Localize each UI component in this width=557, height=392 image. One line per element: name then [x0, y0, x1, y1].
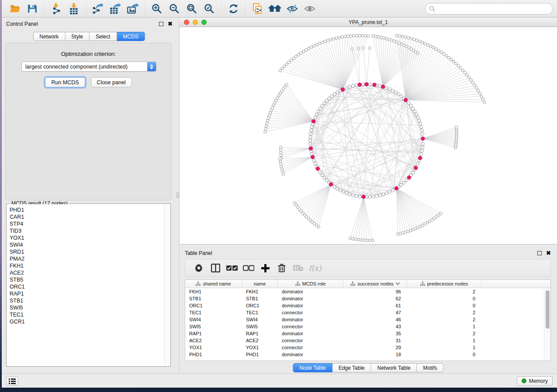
homes-button[interactable]	[266, 1, 284, 16]
table-row[interactable]: ACE2ACE2connector311	[185, 337, 544, 344]
table-row[interactable]: TEC1TEC1connector472	[185, 309, 544, 316]
zoom-out-button[interactable]	[166, 1, 183, 16]
table-panel-title: Table Panel	[185, 250, 212, 256]
table-row[interactable]: RAP1RAP1dominator352	[185, 330, 544, 337]
column-header-shared-name[interactable]: shared name	[185, 280, 242, 288]
mcds-result-scrollbar[interactable]	[164, 204, 170, 366]
zoom-fit-button[interactable]	[183, 1, 201, 16]
mcds-result-item[interactable]: SRD1	[10, 248, 164, 255]
memory-label: Memory	[529, 378, 548, 384]
export-network-button[interactable]	[89, 1, 107, 16]
mcds-result-item[interactable]: ORC1	[10, 283, 164, 290]
table-row[interactable]: SWI5SWI5connector431	[185, 323, 544, 330]
mcds-result-item[interactable]: SWI5	[10, 304, 164, 311]
cell-name: ORC1	[242, 303, 278, 308]
column-header-successor-nodes[interactable]: successor nodes	[343, 280, 407, 288]
eye-slash-button[interactable]	[284, 1, 301, 16]
deselect-all-button[interactable]	[240, 261, 257, 275]
mcds-result-item[interactable]: PMA2	[10, 255, 164, 262]
select-all-button[interactable]	[224, 261, 240, 275]
mcds-result-item[interactable]: STP4	[10, 220, 164, 227]
tab-network[interactable]: Network	[33, 32, 65, 41]
mcds-result-item[interactable]: STB1	[10, 297, 164, 304]
cell-name: TEC1	[242, 310, 278, 315]
close-panel-button[interactable]: Close panel	[91, 77, 132, 87]
table-tab-network-table[interactable]: Network Table	[371, 363, 417, 372]
export-table-icon	[109, 3, 121, 14]
window-minimize-icon[interactable]	[193, 20, 198, 25]
mcds-result-item[interactable]: PHD1	[10, 206, 164, 213]
table-row[interactable]: SWI4SWI4dominator462	[185, 316, 544, 323]
mcds-result-item[interactable]: ACE2	[10, 269, 164, 276]
table-row[interactable]: FKH1FKH1dominator962	[185, 288, 544, 295]
table-tab-edge-table[interactable]: Edge Table	[332, 363, 371, 372]
column-type-icon	[196, 282, 201, 286]
column-header-MCDS-role[interactable]: MCDS role	[278, 280, 343, 288]
refresh-button[interactable]	[225, 1, 242, 16]
mcds-result-item[interactable]: GCR1	[10, 318, 164, 325]
mcds-result-item[interactable]: TID3	[10, 227, 164, 234]
settings-gear-button[interactable]	[190, 261, 207, 275]
cell-name: STB1	[242, 296, 278, 301]
import-network-button[interactable]	[48, 1, 65, 16]
mcds-result-item[interactable]: SWI4	[10, 241, 164, 248]
mcds-result-item[interactable]: RAP1	[10, 290, 164, 297]
mcds-result-item[interactable]: TEC1	[10, 311, 164, 318]
table-row[interactable]: ORC1ORC1dominator610	[185, 302, 544, 309]
save-button[interactable]	[24, 1, 41, 16]
mcds-result-item[interactable]: YOX1	[10, 234, 164, 241]
network-window-titlebar[interactable]: YPA_prune.txt_1	[180, 18, 557, 27]
run-mcds-button[interactable]: Run MCDS	[45, 77, 85, 87]
table-tab-motifs[interactable]: Motifs	[417, 363, 444, 372]
network-view-canvas[interactable]	[180, 27, 557, 244]
memory-button[interactable]: Memory	[517, 376, 553, 386]
column-header-predecessor-nodes[interactable]: predecessor nodes	[407, 280, 481, 288]
table-row[interactable]: YOX1YOX1connector291	[185, 344, 544, 351]
cell-role: dominator	[278, 303, 343, 308]
optimization-criterion-dropdown[interactable]: largest connected component (undirected)	[21, 62, 156, 72]
network-graph[interactable]	[180, 27, 557, 244]
eye-button[interactable]	[301, 1, 318, 16]
tab-style[interactable]: Style	[65, 32, 90, 41]
add-button[interactable]	[257, 261, 273, 275]
clone-network-icon	[252, 3, 263, 14]
mcds-result-list[interactable]: PHD1CAR1STP4TID3YOX1SWI4SRD1PMA2FKH1ACE2…	[7, 204, 164, 366]
export-table-button[interactable]	[107, 1, 124, 16]
toolbar-separator	[245, 3, 246, 15]
cell-predecessors: 2	[407, 317, 481, 322]
cell-role: dominator	[278, 296, 343, 301]
zoom-in-button[interactable]	[148, 1, 166, 16]
column-header-name[interactable]: name	[242, 280, 278, 288]
table-row[interactable]: PHD1PHD1dominator180	[185, 351, 544, 358]
tab-mcds[interactable]: MCDS	[117, 32, 145, 41]
splitter-grip[interactable]	[176, 192, 179, 198]
zoom-selected-button[interactable]	[201, 1, 218, 16]
open-folder-button[interactable]	[6, 1, 24, 16]
table-scrollbar[interactable]	[544, 288, 550, 361]
table-tab-node-table[interactable]: Node Table	[293, 363, 332, 372]
float-table-panel-icon[interactable]	[537, 251, 542, 255]
float-panel-icon[interactable]	[159, 22, 163, 26]
tab-select[interactable]: Select	[90, 32, 117, 41]
columns-button[interactable]	[207, 261, 224, 275]
mcds-result-item[interactable]: CAR1	[10, 213, 164, 220]
close-panel-icon[interactable]: ✖	[168, 22, 173, 26]
table-row[interactable]: STB1STB1dominator620	[185, 295, 544, 302]
search-input[interactable]	[425, 3, 553, 14]
sort-desc-icon	[396, 282, 400, 285]
export-image-button[interactable]	[124, 1, 142, 16]
clone-network-button[interactable]	[249, 1, 266, 16]
import-table-button[interactable]	[65, 1, 83, 16]
table-scrollbar-thumb[interactable]	[546, 290, 550, 329]
mcds-result-item[interactable]: STB5	[10, 276, 164, 283]
window-close-icon[interactable]	[184, 20, 189, 25]
cell-successors: 35	[343, 331, 407, 336]
cell-successors: 47	[343, 310, 407, 315]
mcds-result-item[interactable]: FKH1	[10, 262, 164, 269]
window-zoom-icon[interactable]	[201, 20, 207, 25]
task-history-button[interactable]	[6, 376, 18, 386]
close-table-panel-icon[interactable]: ✖	[546, 251, 551, 255]
vertical-splitter[interactable]	[176, 18, 180, 374]
node-table: shared namenameMCDS rolesuccessor nodesp…	[185, 279, 551, 361]
delete-button[interactable]	[273, 261, 290, 275]
